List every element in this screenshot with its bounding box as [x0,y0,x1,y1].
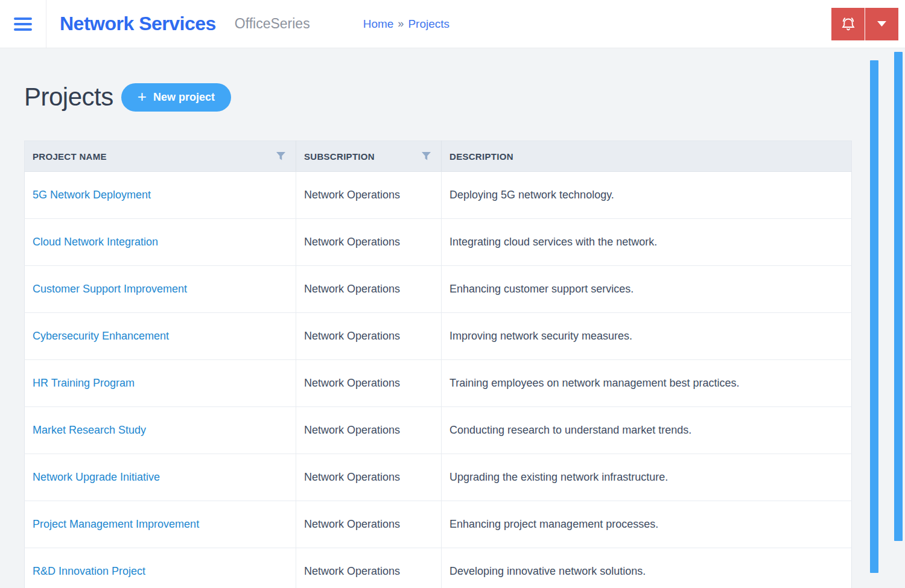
project-name-link[interactable]: Customer Support Improvement [33,283,187,295]
subscription-cell: Network Operations [296,501,442,548]
description-cell: Developing innovative network solutions. [442,548,852,588]
column-header-project-name: PROJECT NAME [25,141,296,172]
breadcrumb-separator: » [398,17,404,30]
description-cell: Enhancing project management processes. [442,501,852,548]
plus-icon: + [138,89,147,104]
project-name-cell: Cloud Network Integration [25,219,296,266]
project-name-cell: Project Management Improvement [25,501,296,548]
project-name-cell: Network Upgrade Initiative [25,454,296,501]
project-name-link[interactable]: Market Research Study [33,424,146,436]
notifications-button[interactable] [831,8,865,40]
subscription-cell: Network Operations [296,172,442,219]
subscription-cell: Network Operations [296,454,442,501]
suite-name: OfficeSeries [235,16,310,32]
funnel-icon [276,151,286,161]
account-menu-button[interactable] [865,8,898,40]
subscription-cell: Network Operations [296,313,442,360]
project-name-link[interactable]: Cybersecurity Enhancement [33,330,169,342]
description-cell: Training employees on network management… [442,360,852,407]
header-actions [831,8,898,40]
filter-icon[interactable] [421,151,431,161]
project-name-cell: 5G Network Deployment [25,172,296,219]
project-name-link[interactable]: 5G Network Deployment [33,189,151,201]
project-name-cell: HR Training Program [25,360,296,407]
hamburger-icon [14,17,32,31]
subscription-cell: Network Operations [296,219,442,266]
menu-button[interactable] [0,0,46,48]
table-row: HR Training ProgramNetwork OperationsTra… [25,360,852,407]
app-title: Network Services [60,13,216,35]
project-name-link[interactable]: Cloud Network Integration [33,236,158,248]
table-header-row: PROJECT NAME SUBSCRIPTION DESCRIPTION [25,141,852,172]
breadcrumb: Home » Projects [363,17,449,31]
table-row: Project Management ImprovementNetwork Op… [25,501,852,548]
top-header-bar: Network Services OfficeSeries Home » Pro… [0,0,905,48]
description-cell: Upgrading the existing network infrastru… [442,454,852,501]
projects-table: PROJECT NAME SUBSCRIPTION DESCRIPTION 5G… [24,141,852,588]
subscription-cell: Network Operations [296,548,442,588]
table-row: Network Upgrade InitiativeNetwork Operat… [25,454,852,501]
column-header-label: DESCRIPTION [449,151,513,162]
table-row: Customer Support ImprovementNetwork Oper… [25,266,852,313]
project-name-cell: Market Research Study [25,407,296,454]
project-name-link[interactable]: HR Training Program [33,377,135,389]
description-cell: Integrating cloud services with the netw… [442,219,852,266]
column-header-description: DESCRIPTION [442,141,852,172]
outer-scrollbar-thumb[interactable] [894,52,903,541]
project-name-link[interactable]: Project Management Improvement [33,518,199,530]
breadcrumb-projects-link[interactable]: Projects [408,17,449,31]
column-header-label: SUBSCRIPTION [304,151,375,162]
caret-down-icon [877,21,886,27]
column-header-subscription: SUBSCRIPTION [296,141,442,172]
project-name-cell: Cybersecurity Enhancement [25,313,296,360]
table-row: Market Research StudyNetwork OperationsC… [25,407,852,454]
inner-scrollbar-thumb[interactable] [870,60,878,573]
table-row: Cloud Network IntegrationNetwork Operati… [25,219,852,266]
subscription-cell: Network Operations [296,266,442,313]
projects-table-container: PROJECT NAME SUBSCRIPTION DESCRIPTION 5G… [24,141,852,588]
subscription-cell: Network Operations [296,360,442,407]
project-name-cell: Customer Support Improvement [25,266,296,313]
column-header-label: PROJECT NAME [33,151,107,162]
breadcrumb-home-link[interactable]: Home [363,17,394,31]
page-title: Projects [24,83,113,112]
new-project-label: New project [153,91,215,104]
funnel-icon [421,151,431,161]
table-row: Cybersecurity EnhancementNetwork Operati… [25,313,852,360]
description-cell: Improving network security measures. [442,313,852,360]
subscription-cell: Network Operations [296,407,442,454]
table-row: R&D Innovation ProjectNetwork Operations… [25,548,852,588]
description-cell: Deploying 5G network technology. [442,172,852,219]
filter-icon[interactable] [276,151,286,161]
table-row: 5G Network DeploymentNetwork OperationsD… [25,172,852,219]
page-heading: Projects + New project [24,83,905,112]
project-name-cell: R&D Innovation Project [25,548,296,588]
bell-icon [839,15,857,33]
description-cell: Conducting research to understand market… [442,407,852,454]
new-project-button[interactable]: + New project [121,83,231,112]
description-cell: Enhancing customer support services. [442,266,852,313]
project-name-link[interactable]: R&D Innovation Project [33,565,145,577]
project-name-link[interactable]: Network Upgrade Initiative [33,471,160,483]
